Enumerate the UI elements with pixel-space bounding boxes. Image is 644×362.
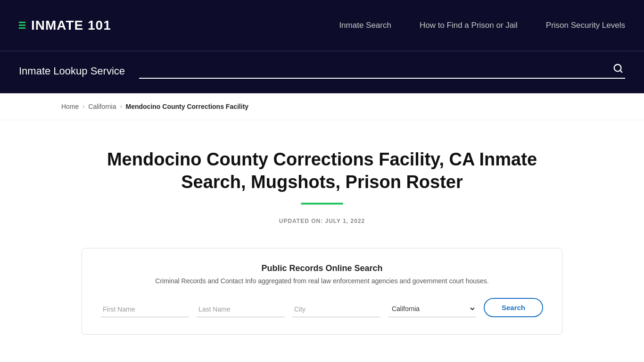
svg-line-1 [620,70,622,72]
state-field: California Alabama Alaska Arizona Arkans… [388,301,476,317]
breadcrumb-sep-1: › [83,103,84,110]
last-name-field [197,302,285,317]
top-navigation: INMATE 101 Inmate Search How to Find a P… [0,0,644,52]
search-bar-area: Inmate Lookup Service [0,52,644,93]
updated-text: UPDATED ON: JULY 1, 2022 [82,218,562,224]
search-input[interactable] [139,66,611,74]
nav-item-find-prison[interactable]: How to Find a Prison or Jail [420,21,518,30]
main-content: Mendocino County Corrections Facility, C… [63,120,581,354]
nav-link-security-levels[interactable]: Prison Security Levels [546,21,625,30]
search-icon [613,63,623,74]
search-input-wrapper [139,63,625,79]
first-name-input[interactable] [101,302,189,317]
public-records-search-button[interactable]: Search [484,298,543,317]
breadcrumb-sep-2: › [120,103,122,110]
city-field [292,302,380,317]
public-records-card: Public Records Online Search Criminal Re… [82,248,562,335]
breadcrumb-home[interactable]: Home [61,103,79,110]
nav-item-inmate-search[interactable]: Inmate Search [339,21,391,30]
nav-link-find-prison[interactable]: How to Find a Prison or Jail [420,21,518,30]
breadcrumb-state[interactable]: California [88,103,116,110]
nav-item-security-levels[interactable]: Prison Security Levels [546,21,625,30]
logo-icon [19,22,25,29]
nav-links: Inmate Search How to Find a Prison or Ja… [339,21,625,30]
last-name-input[interactable] [197,302,285,317]
search-form-row: California Alabama Alaska Arizona Arkans… [101,298,543,317]
breadcrumb-current: Mendocino County Corrections Facility [126,103,249,110]
state-select[interactable]: California Alabama Alaska Arizona Arkans… [388,301,476,317]
public-records-description: Criminal Records and Contact Info aggreg… [101,277,543,285]
public-records-title: Public Records Online Search [101,263,543,273]
city-input[interactable] [292,302,380,317]
search-bar-label: Inmate Lookup Service [19,65,125,77]
breadcrumb: Home › California › Mendocino County Cor… [0,93,644,120]
page-title: Mendocino County Corrections Facility, C… [82,148,562,193]
nav-link-inmate-search[interactable]: Inmate Search [339,21,391,30]
search-submit-button[interactable] [611,63,625,76]
title-underline [301,203,343,205]
first-name-field [101,302,189,317]
logo-text: INMATE 101 [31,18,111,33]
logo-link[interactable]: INMATE 101 [19,18,111,33]
